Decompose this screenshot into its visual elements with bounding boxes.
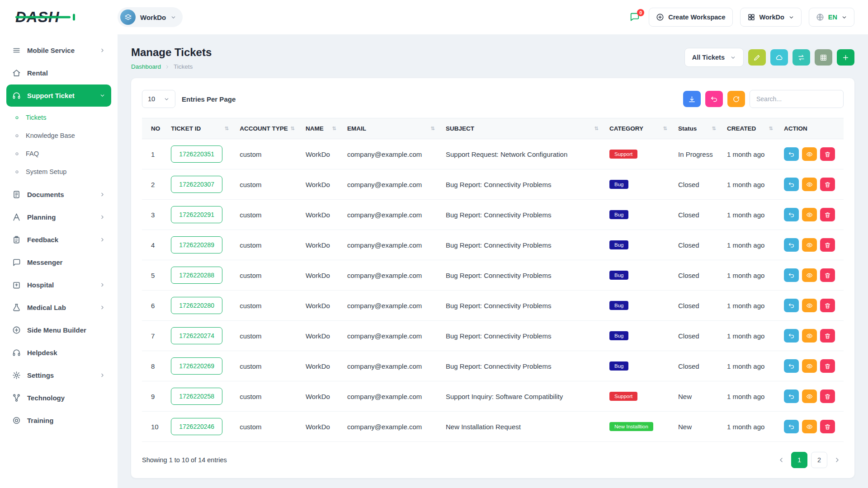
column-header-email[interactable]: EMAIL⇅ xyxy=(342,118,440,139)
sidebar-subitem-tickets[interactable]: Tickets xyxy=(6,108,111,127)
previous-page-button[interactable] xyxy=(775,456,788,464)
ticket-id-button[interactable]: 1726220274 xyxy=(171,327,222,344)
sidebar-item-feedback[interactable]: Feedback xyxy=(6,229,111,251)
sidebar-subitem-knowledge-base[interactable]: Knowledge Base xyxy=(6,127,111,145)
sidebar-item-training[interactable]: Training xyxy=(6,409,111,432)
reply-ticket-button[interactable] xyxy=(784,359,799,373)
sort-icon[interactable]: ⇅ xyxy=(431,126,435,131)
column-header-subject[interactable]: SUBJECT⇅ xyxy=(440,118,604,139)
reply-ticket-button[interactable] xyxy=(784,178,799,191)
ticket-id-button[interactable]: 1726220246 xyxy=(171,418,222,435)
sidebar-item-side-menu-builder[interactable]: Side Menu Builder xyxy=(6,319,111,341)
view-ticket-button[interactable] xyxy=(802,238,817,252)
reply-ticket-button[interactable] xyxy=(784,268,799,282)
reply-ticket-button[interactable] xyxy=(784,147,799,161)
ticket-id-button[interactable]: 1726220258 xyxy=(171,388,222,405)
sort-icon[interactable]: ⇅ xyxy=(291,126,295,131)
delete-ticket-button[interactable] xyxy=(820,329,835,343)
view-ticket-button[interactable] xyxy=(802,208,817,221)
sidebar-item-messenger[interactable]: Messenger xyxy=(6,251,111,273)
undo-icon xyxy=(788,211,795,218)
sidebar-subitem-system-setup[interactable]: System Setup xyxy=(6,163,111,181)
eye-icon xyxy=(806,363,813,370)
export-button[interactable] xyxy=(683,91,701,107)
view-ticket-button[interactable] xyxy=(802,359,817,373)
entries-per-page-select[interactable]: 10 xyxy=(142,90,175,108)
page-button-2[interactable]: 2 xyxy=(811,452,827,468)
reply-ticket-button[interactable] xyxy=(784,420,799,433)
breadcrumb-dashboard-link[interactable]: Dashboard xyxy=(131,63,161,70)
sidebar-item-support-ticket[interactable]: Support Ticket xyxy=(6,84,111,107)
view-ticket-button[interactable] xyxy=(802,178,817,191)
column-header-ticket-id[interactable]: TICKET ID⇅ xyxy=(165,118,234,139)
apps-menu-button[interactable]: WorkDo xyxy=(740,8,802,27)
next-page-button[interactable] xyxy=(831,456,844,464)
workspace-selector[interactable]: WorkDo xyxy=(118,7,183,27)
sidebar-item-technology[interactable]: Technology xyxy=(6,387,111,409)
subject-cell: New Installation Request xyxy=(440,412,604,442)
reply-ticket-button[interactable] xyxy=(784,208,799,221)
upload-button[interactable] xyxy=(770,49,788,66)
ticket-id-button[interactable]: 1726220280 xyxy=(171,297,222,314)
language-selector[interactable]: EN xyxy=(809,8,854,27)
add-ticket-button[interactable] xyxy=(837,49,854,66)
delete-ticket-button[interactable] xyxy=(820,359,835,373)
reply-ticket-button[interactable] xyxy=(784,238,799,252)
sidebar-item-settings[interactable]: Settings xyxy=(6,364,111,386)
reload-button[interactable] xyxy=(727,91,745,107)
trash-icon xyxy=(824,333,831,339)
sidebar-item-medical-lab[interactable]: Medical Lab xyxy=(6,296,111,319)
reply-ticket-button[interactable] xyxy=(784,329,799,343)
ticket-id-button[interactable]: 1726220351 xyxy=(171,145,222,163)
view-ticket-button[interactable] xyxy=(802,268,817,282)
sidebar-subitem-faq[interactable]: FAQ xyxy=(6,145,111,163)
ticket-id-button[interactable]: 1726220288 xyxy=(171,267,222,284)
sidebar-item-hospital[interactable]: Hospital xyxy=(6,274,111,296)
ticket-id-button[interactable]: 1726220291 xyxy=(171,206,222,223)
undo-button[interactable] xyxy=(705,91,723,107)
sort-icon[interactable]: ⇅ xyxy=(712,126,716,131)
view-ticket-button[interactable] xyxy=(802,147,817,161)
sort-icon[interactable]: ⇅ xyxy=(594,126,599,131)
delete-ticket-button[interactable] xyxy=(820,420,835,433)
reply-ticket-button[interactable] xyxy=(784,299,799,312)
sort-icon[interactable]: ⇅ xyxy=(769,126,773,131)
delete-ticket-button[interactable] xyxy=(820,147,835,161)
app-logo[interactable]: DASH xyxy=(15,0,118,34)
messages-button[interactable]: 0 xyxy=(628,10,642,24)
sidebar-item-planning[interactable]: Planning xyxy=(6,206,111,228)
sidebar-item-rental[interactable]: Rental xyxy=(6,62,111,84)
create-workspace-button[interactable]: Create Workspace xyxy=(649,8,732,27)
transfer-button[interactable] xyxy=(793,49,810,66)
page-button-1[interactable]: 1 xyxy=(791,452,807,468)
sidebar-item-helpdesk[interactable]: Helpdesk xyxy=(6,342,111,364)
sidebar-item-mobile-service[interactable]: Mobile Service xyxy=(6,39,111,61)
reply-ticket-button[interactable] xyxy=(784,389,799,403)
delete-ticket-button[interactable] xyxy=(820,389,835,403)
column-header-status[interactable]: Status⇅ xyxy=(673,118,722,139)
edit-button[interactable] xyxy=(748,49,766,66)
column-header-created[interactable]: CREATED⇅ xyxy=(722,118,778,139)
sort-icon[interactable]: ⇅ xyxy=(225,126,229,131)
delete-ticket-button[interactable] xyxy=(820,268,835,282)
view-ticket-button[interactable] xyxy=(802,299,817,312)
ticket-filter-dropdown[interactable]: All Tickets xyxy=(684,48,744,67)
delete-ticket-button[interactable] xyxy=(820,238,835,252)
ticket-id-button[interactable]: 1726220289 xyxy=(171,236,222,253)
grid-view-button[interactable] xyxy=(815,49,832,66)
column-header-account-type[interactable]: ACCOUNT TYPE⇅ xyxy=(234,118,300,139)
view-ticket-button[interactable] xyxy=(802,329,817,343)
sort-icon[interactable]: ⇅ xyxy=(663,126,667,131)
search-input[interactable] xyxy=(750,90,844,108)
column-header-name[interactable]: NAME⇅ xyxy=(300,118,342,139)
column-header-category[interactable]: CATEGORY⇅ xyxy=(604,118,673,139)
view-ticket-button[interactable] xyxy=(802,389,817,403)
delete-ticket-button[interactable] xyxy=(820,208,835,221)
delete-ticket-button[interactable] xyxy=(820,178,835,191)
sidebar-item-documents[interactable]: Documents xyxy=(6,183,111,206)
ticket-id-button[interactable]: 1726220269 xyxy=(171,357,222,375)
delete-ticket-button[interactable] xyxy=(820,299,835,312)
sort-icon[interactable]: ⇅ xyxy=(332,126,336,131)
ticket-id-button[interactable]: 1726220307 xyxy=(171,176,222,193)
view-ticket-button[interactable] xyxy=(802,420,817,433)
